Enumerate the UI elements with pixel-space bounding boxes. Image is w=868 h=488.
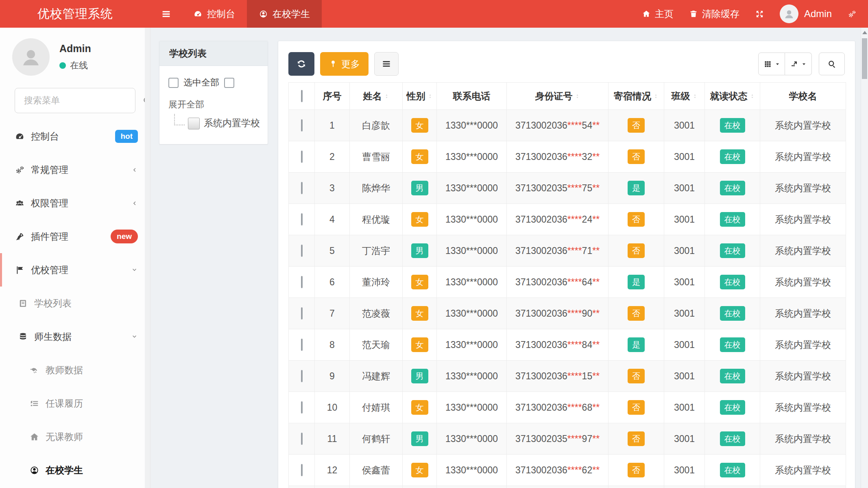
settings-gear-button[interactable] [847, 9, 857, 19]
search-icon [827, 59, 837, 69]
tree-node-school[interactable]: 系统内置学校 [168, 114, 260, 130]
sidebar-item-school-mgmt[interactable]: 优校管理 [0, 253, 150, 287]
sort-icon[interactable] [750, 92, 755, 100]
sidebar-item-teacher-student-data[interactable]: 师生数据 [0, 320, 150, 353]
row-checkbox[interactable] [301, 213, 303, 225]
more-button[interactable]: 更多 [320, 52, 369, 76]
row-checkbox[interactable] [301, 401, 303, 414]
sidebar-item-permission-mgmt[interactable]: 权限管理 [0, 186, 150, 220]
export-icon [790, 60, 798, 68]
navbar-tabs: 控制台在校学生 [181, 0, 322, 28]
cell-empty [507, 486, 608, 488]
row-checkbox[interactable] [301, 464, 303, 476]
sidebar-item-general-mgmt[interactable]: 常规管理 [0, 153, 150, 186]
row-checkbox[interactable] [301, 433, 303, 445]
row-checkbox[interactable] [301, 276, 303, 288]
sort-icon[interactable] [575, 92, 580, 100]
database-icon [15, 332, 30, 342]
sidebar-item-school-list[interactable]: 学校列表 [0, 287, 150, 320]
row-checkbox[interactable] [301, 182, 303, 194]
cell-phone: 1330***0000 [437, 204, 507, 235]
nav-tab-label: 在校学生 [273, 8, 310, 20]
sidebar-item-teacher-data[interactable]: 教师数据 [0, 353, 150, 387]
columns-dropdown-button[interactable] [758, 53, 785, 75]
cell-gender: 女 [403, 204, 437, 235]
column-header[interactable]: 寄宿情况 [608, 83, 664, 110]
table-search-button[interactable] [819, 53, 845, 75]
sidebar-item-no-class-teachers[interactable]: 无课教师 [0, 420, 150, 453]
sidebar-item-teaching-history[interactable]: 任课履历 [0, 387, 150, 420]
sidebar-item-console[interactable]: 控制台hot [0, 120, 150, 153]
gender-badge: 女 [411, 118, 428, 133]
cell-status: 在校 [705, 423, 760, 455]
cell-gender: 女 [403, 141, 437, 173]
column-header[interactable]: 性别 [403, 83, 437, 110]
cell-no: 5 [315, 235, 350, 267]
column-header-label: 学校名 [789, 90, 817, 103]
sidebar-avatar[interactable] [12, 38, 50, 76]
menu-search-input[interactable] [23, 95, 142, 106]
column-header[interactable]: 班级 [664, 83, 705, 110]
fullscreen-button[interactable] [755, 9, 764, 19]
row-checkbox[interactable] [301, 339, 303, 351]
cell-phone: 1330***0000 [437, 267, 507, 298]
cell-no: 12 [315, 455, 350, 486]
select-all-checkbox[interactable] [168, 78, 179, 88]
sidebar-scrollbar-track[interactable] [145, 28, 150, 488]
row-checkbox[interactable] [301, 245, 303, 257]
secondary-checkbox[interactable] [224, 78, 234, 88]
sidebar-item-enrolled-students[interactable]: 在校学生 [0, 453, 150, 487]
sort-icon[interactable] [653, 92, 659, 100]
cell-name: 董沛玲 [350, 267, 403, 298]
cell-phone: 1330***0000 [437, 110, 507, 141]
cell-id-number: 3713002036****68** [507, 392, 608, 423]
sidebar-item-plugin-mgmt[interactable]: 插件管理new [0, 220, 150, 253]
page-scrollbar[interactable] [861, 28, 868, 488]
status-badge: 在校 [720, 463, 745, 477]
cell-class: 3001 [664, 267, 705, 298]
cell-name: 范凌薇 [350, 298, 403, 329]
boarding-badge: 否 [628, 306, 645, 321]
sort-icon[interactable] [692, 92, 698, 100]
cell-class: 3001 [664, 235, 705, 267]
cell-no: 9 [315, 361, 350, 392]
column-header[interactable]: 就读状态 [705, 83, 760, 110]
table-select-all-checkbox[interactable] [301, 90, 303, 102]
export-dropdown-button[interactable] [785, 53, 812, 75]
cell-class: 3001 [664, 110, 705, 141]
cell-phone: 1330***0000 [437, 235, 507, 267]
nav-tab-enrolled-students[interactable]: 在校学生 [247, 0, 322, 28]
cell-gender: 男 [403, 361, 437, 392]
expand-all-link[interactable]: 展开全部 [168, 98, 260, 111]
column-header[interactable]: 姓名 [350, 83, 403, 110]
tree-node-checkbox[interactable] [188, 118, 200, 129]
row-checkbox[interactable] [301, 151, 303, 163]
nav-home-link[interactable]: 主页 [642, 8, 674, 20]
cell-no: 3 [315, 173, 350, 204]
row-checkbox[interactable] [301, 370, 303, 382]
menu-search-box [15, 88, 135, 113]
scrollbar-up-arrow[interactable] [862, 31, 867, 34]
tree-node-label: 系统内置学校 [204, 117, 260, 130]
scrollbar-thumb[interactable] [862, 38, 867, 79]
user-menu[interactable]: Admin [780, 4, 832, 23]
column-header[interactable]: 身份证号 [507, 83, 608, 110]
sidebar-toggle-button[interactable] [150, 0, 181, 28]
cell-name: 范天瑜 [350, 329, 403, 361]
cell-status: 在校 [705, 392, 760, 423]
cell-school: 系统内置学校 [760, 455, 846, 486]
sidebar-menu: 控制台hot常规管理权限管理插件管理new优校管理学校列表师生数据教师数据任课履… [0, 120, 150, 487]
sort-icon[interactable] [427, 92, 433, 100]
refresh-button[interactable] [288, 52, 314, 76]
cell-boarding: 否 [608, 455, 664, 486]
row-checkbox[interactable] [301, 119, 303, 131]
cell-no: 7 [315, 298, 350, 329]
sort-icon[interactable] [384, 92, 389, 100]
row-checkbox[interactable] [301, 307, 303, 319]
nav-tab-console[interactable]: 控制台 [181, 0, 247, 28]
user-circle-icon [259, 9, 268, 19]
nav-clear-cache-link[interactable]: 清除缓存 [689, 8, 739, 20]
toggle-list-button[interactable] [374, 52, 399, 76]
bars-icon [161, 9, 171, 19]
home-icon [27, 432, 41, 442]
